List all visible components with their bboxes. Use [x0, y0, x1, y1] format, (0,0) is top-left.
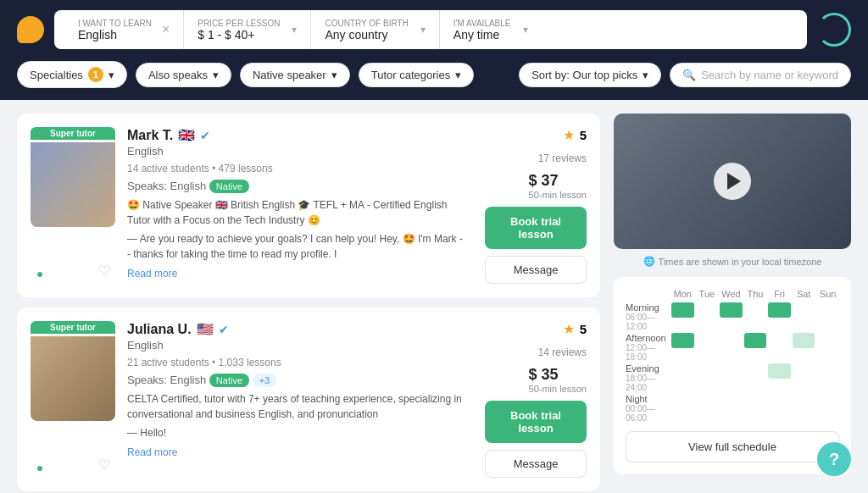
- header-top: I WANT TO LEARN English × PRICE PER LESS…: [17, 10, 851, 49]
- day-sat: Sat: [793, 289, 815, 299]
- search-icon: 🔍: [682, 69, 696, 81]
- afternoon-fri: [768, 333, 791, 348]
- tutor-categories-arrow-icon: ▾: [455, 69, 461, 81]
- verified-icon: ✔: [200, 129, 210, 142]
- night-tue: [696, 394, 719, 409]
- online-status-dot: [36, 270, 44, 279]
- learn-field[interactable]: I WANT TO LEARN English ×: [64, 10, 184, 49]
- rating-value: 5: [580, 322, 587, 336]
- speaks-lang: English: [170, 180, 207, 192]
- keyword-placeholder: Search by name or keyword: [701, 69, 838, 81]
- price-value: $ 35: [529, 366, 559, 383]
- search-bar: I WANT TO LEARN English × PRICE PER LESS…: [54, 10, 807, 49]
- lessons-count: 1,033 lessons: [219, 357, 281, 368]
- also-speaks-label: Also speaks: [148, 69, 208, 81]
- specialties-badge: 1: [88, 67, 103, 82]
- evening-sat: [793, 363, 815, 379]
- online-status-dot: [36, 464, 44, 473]
- play-icon: [727, 173, 741, 190]
- tutor-avatar-mark: [31, 142, 115, 227]
- active-students: 14 active students: [127, 163, 209, 174]
- tutor-stats: 14 active students • 479 lessons: [127, 163, 465, 174]
- super-tutor-badge: Super tutor: [31, 127, 115, 140]
- evening-mon: [671, 363, 694, 379]
- native-speaker-filter[interactable]: Native speaker ▾: [240, 63, 350, 87]
- timezone-text: Times are shown in your local timezone: [659, 257, 822, 267]
- message-button-juliana[interactable]: Message: [485, 450, 587, 478]
- rating-row: ★ 5: [563, 127, 587, 143]
- tutor-list: Super tutor ♡ Mark T. 🇬🇧 ✔ English 14 ac…: [17, 114, 600, 493]
- read-more-button-juliana[interactable]: Read more: [127, 446, 177, 458]
- price-label: PRICE PER LESSON: [198, 19, 280, 28]
- tutor-flag: 🇬🇧: [178, 127, 195, 143]
- speaks-lang: English: [170, 374, 207, 386]
- morning-thu: [744, 302, 767, 318]
- also-speaks-arrow-icon: ▾: [213, 69, 219, 81]
- evening-tue: [696, 363, 719, 379]
- morning-sat: [793, 302, 815, 318]
- afternoon-mon: [671, 333, 694, 348]
- native-badge: Native: [209, 374, 249, 387]
- reviews-count: 17 reviews: [538, 152, 587, 164]
- speaks-row: Speaks: English Native: [127, 180, 465, 192]
- morning-sun: [816, 302, 839, 318]
- keyword-search[interactable]: 🔍 Search by name or keyword: [670, 63, 851, 87]
- favorite-button-juliana[interactable]: ♡: [98, 457, 110, 473]
- reviews-count: 14 reviews: [538, 346, 587, 358]
- day-mon: Mon: [671, 289, 694, 299]
- video-preview[interactable]: [614, 114, 851, 249]
- tutor-image-wrap-juliana: Super tutor ♡: [31, 321, 115, 478]
- sort-arrow-icon: ▾: [643, 69, 648, 81]
- specialties-filter[interactable]: Specialties 1 ▾: [17, 61, 127, 88]
- read-more-button-mark[interactable]: Read more: [127, 268, 177, 280]
- afternoon-label: Afternoon 12:00—18:00: [626, 333, 670, 362]
- night-sun: [816, 394, 839, 409]
- header: I WANT TO LEARN English × PRICE PER LESS…: [0, 0, 868, 61]
- verified-icon: ✔: [219, 323, 229, 336]
- main-content: Super tutor ♡ Mark T. 🇬🇧 ✔ English 14 ac…: [0, 100, 868, 493]
- available-field[interactable]: I'M AVAILABLE Any time ▾: [440, 10, 559, 49]
- evening-fri: [768, 363, 791, 379]
- logo: [17, 16, 44, 43]
- lessons-count: 479 lessons: [219, 163, 273, 174]
- country-field[interactable]: COUNTRY OF BIRTH Any country ▾: [311, 10, 439, 49]
- night-sat: [793, 394, 815, 409]
- play-button[interactable]: [714, 163, 751, 200]
- specialties-label: Specialties: [30, 69, 83, 81]
- book-trial-button-juliana[interactable]: Book trial lesson: [485, 401, 587, 443]
- globe-icon: 🌐: [643, 256, 655, 267]
- native-speaker-arrow-icon: ▾: [331, 69, 337, 81]
- reviews: 14 reviews: [538, 344, 587, 359]
- view-schedule-button[interactable]: View full schedule: [626, 431, 839, 463]
- country-value: Any country: [325, 28, 408, 42]
- price-sub: 50-min lesson: [529, 190, 587, 200]
- tutor-categories-label: Tutor categories: [371, 69, 450, 81]
- right-panel: 🌐 Times are shown in your local timezone…: [614, 114, 851, 493]
- price-field[interactable]: PRICE PER LESSON $ 1 - $ 40+ ▾: [184, 10, 311, 49]
- also-speaks-filter[interactable]: Also speaks ▾: [136, 63, 231, 87]
- learn-value: English: [78, 28, 152, 42]
- morning-fri: [768, 302, 791, 318]
- native-badge: Native: [209, 180, 249, 193]
- schedule-day-headers: Mon Tue Wed Thu Fri Sat Sun: [626, 289, 839, 299]
- message-button-mark[interactable]: Message: [485, 256, 587, 284]
- price-value: $ 37: [529, 172, 559, 189]
- favorite-button-mark[interactable]: ♡: [98, 263, 110, 279]
- wave-decoration: [817, 13, 851, 47]
- night-fri: [768, 394, 791, 409]
- book-trial-button-mark[interactable]: Book trial lesson: [485, 207, 587, 249]
- speaks-row: Speaks: English Native +3: [127, 374, 465, 386]
- tutor-flag: 🇺🇸: [197, 321, 214, 337]
- sort-button[interactable]: Sort by: Our top picks ▾: [519, 63, 661, 87]
- country-label: COUNTRY OF BIRTH: [325, 19, 408, 28]
- afternoon-wed: [720, 333, 743, 348]
- tutor-avatar-juliana: [31, 336, 115, 421]
- tutor-actions-mark: ★ 5 17 reviews $ 37 50-min lesson Book t…: [476, 127, 587, 284]
- tutor-categories-filter[interactable]: Tutor categories ▾: [359, 63, 474, 87]
- clear-learn-button[interactable]: ×: [162, 22, 170, 37]
- table-row: Super tutor ♡ Mark T. 🇬🇧 ✔ English 14 ac…: [17, 114, 600, 297]
- afternoon-thu: [744, 333, 767, 348]
- super-tutor-badge: Super tutor: [31, 321, 115, 334]
- evening-label: Evening 18:00—24:00: [626, 363, 670, 392]
- help-button[interactable]: ?: [817, 442, 851, 476]
